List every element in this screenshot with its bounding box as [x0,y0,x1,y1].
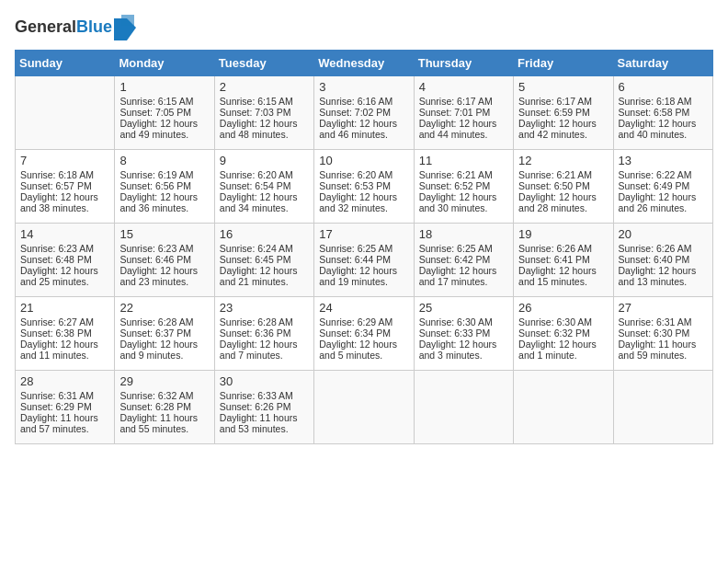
daylight-text: Daylight: 12 hours and 23 minutes. [119,265,198,287]
sunrise-text: Sunrise: 6:31 AM [619,316,692,327]
day-number: 13 [619,154,708,167]
calendar-week-2: 7Sunrise: 6:18 AMSunset: 6:57 PMDaylight… [16,150,713,224]
sunrise-text: Sunrise: 6:30 AM [419,316,493,327]
calendar-cell: 9Sunrise: 6:20 AMSunset: 6:54 PMDaylight… [214,150,313,224]
sunset-text: Sunset: 7:02 PM [319,107,391,118]
day-number: 20 [619,227,708,241]
daylight-text: Daylight: 12 hours and 30 minutes. [419,191,497,213]
day-number: 12 [518,154,608,167]
daylight-text: Daylight: 12 hours and 40 minutes. [619,118,697,140]
sunset-text: Sunset: 6:28 PM [119,401,191,412]
calendar-cell: 1Sunrise: 6:15 AMSunset: 7:05 PMDaylight… [115,76,214,150]
column-header-sunday: Sunday [16,51,115,76]
column-header-saturday: Saturday [613,51,712,76]
calendar-cell: 13Sunrise: 6:22 AMSunset: 6:49 PMDayligh… [613,150,712,224]
day-number: 10 [319,154,408,167]
daylight-text: Daylight: 12 hours and 48 minutes. [220,118,298,140]
calendar-cell: 25Sunrise: 6:30 AMSunset: 6:33 PMDayligh… [414,297,513,371]
day-number: 27 [619,301,708,315]
sunset-text: Sunset: 6:50 PM [518,180,590,191]
calendar-cell: 23Sunrise: 6:28 AMSunset: 6:36 PMDayligh… [214,297,313,371]
daylight-text: Daylight: 11 hours and 53 minutes. [220,412,298,434]
daylight-text: Daylight: 12 hours and 26 minutes. [619,191,697,213]
sunrise-text: Sunrise: 6:22 AM [619,169,692,180]
day-number: 30 [220,374,309,388]
sunrise-text: Sunrise: 6:25 AM [319,243,392,254]
daylight-text: Daylight: 12 hours and 36 minutes. [119,191,198,213]
sunset-text: Sunset: 6:29 PM [20,401,92,412]
calendar-cell: 10Sunrise: 6:20 AMSunset: 6:53 PMDayligh… [314,150,414,224]
calendar-cell: 21Sunrise: 6:27 AMSunset: 6:38 PMDayligh… [16,297,115,371]
calendar-cell: 28Sunrise: 6:31 AMSunset: 6:29 PMDayligh… [16,371,115,444]
calendar-cell: 19Sunrise: 6:26 AMSunset: 6:41 PMDayligh… [514,224,613,297]
calendar-cell: 11Sunrise: 6:21 AMSunset: 6:52 PMDayligh… [414,150,513,224]
sunset-text: Sunset: 6:34 PM [319,327,391,339]
column-header-monday: Monday [115,51,214,76]
sunset-text: Sunset: 6:40 PM [619,254,690,265]
sunset-text: Sunset: 6:32 PM [518,327,590,339]
sunrise-text: Sunrise: 6:18 AM [20,169,94,180]
daylight-text: Daylight: 12 hours and 5 minutes. [319,339,397,361]
sunset-text: Sunset: 7:03 PM [220,107,291,118]
daylight-text: Daylight: 12 hours and 13 minutes. [619,265,697,287]
daylight-text: Daylight: 12 hours and 3 minutes. [419,339,497,361]
svg-marker-1 [121,15,134,26]
daylight-text: Daylight: 12 hours and 42 minutes. [518,118,597,140]
daylight-text: Daylight: 12 hours and 34 minutes. [220,191,298,213]
sunset-text: Sunset: 6:58 PM [619,107,690,118]
sunset-text: Sunset: 6:54 PM [220,180,291,191]
sunrise-text: Sunrise: 6:15 AM [119,96,193,107]
sunrise-text: Sunrise: 6:27 AM [20,316,94,327]
daylight-text: Daylight: 11 hours and 59 minutes. [619,339,697,361]
column-header-wednesday: Wednesday [314,51,414,76]
sunset-text: Sunset: 6:33 PM [419,327,491,339]
logo-icon [114,15,136,40]
calendar-cell: 29Sunrise: 6:32 AMSunset: 6:28 PMDayligh… [115,371,214,444]
sunrise-text: Sunrise: 6:28 AM [119,316,193,327]
sunrise-text: Sunrise: 6:19 AM [119,169,193,180]
sunset-text: Sunset: 6:41 PM [518,254,590,265]
sunset-text: Sunset: 6:53 PM [319,180,391,191]
day-number: 16 [220,227,309,241]
sunrise-text: Sunrise: 6:29 AM [319,316,392,327]
day-number: 21 [20,301,109,315]
sunset-text: Sunset: 6:42 PM [419,254,491,265]
calendar-cell: 3Sunrise: 6:16 AMSunset: 7:02 PMDaylight… [314,76,414,150]
day-number: 8 [119,154,209,167]
calendar-cell: 6Sunrise: 6:18 AMSunset: 6:58 PMDaylight… [613,76,712,150]
sunset-text: Sunset: 6:45 PM [220,254,291,265]
day-number: 2 [220,80,309,94]
sunrise-text: Sunrise: 6:17 AM [518,96,592,107]
sunrise-text: Sunrise: 6:18 AM [619,96,692,107]
calendar-cell: 2Sunrise: 6:15 AMSunset: 7:03 PMDaylight… [214,76,313,150]
day-number: 28 [20,374,109,388]
calendar-header-row: SundayMondayTuesdayWednesdayThursdayFrid… [16,51,713,76]
sunrise-text: Sunrise: 6:16 AM [319,96,392,107]
day-number: 7 [20,154,109,167]
calendar-cell: 14Sunrise: 6:23 AMSunset: 6:48 PMDayligh… [16,224,115,297]
daylight-text: Daylight: 12 hours and 25 minutes. [20,265,98,287]
sunset-text: Sunset: 6:46 PM [119,254,191,265]
daylight-text: Daylight: 12 hours and 44 minutes. [419,118,497,140]
sunset-text: Sunset: 6:26 PM [220,401,291,412]
calendar-cell [314,371,414,444]
calendar-cell: 26Sunrise: 6:30 AMSunset: 6:32 PMDayligh… [514,297,613,371]
sunrise-text: Sunrise: 6:31 AM [20,390,94,401]
day-number: 9 [220,154,309,167]
sunrise-text: Sunrise: 6:21 AM [419,169,493,180]
sunset-text: Sunset: 6:49 PM [619,180,690,191]
sunrise-text: Sunrise: 6:17 AM [419,96,493,107]
day-number: 22 [119,301,209,315]
sunrise-text: Sunrise: 6:21 AM [518,169,592,180]
day-number: 4 [419,80,508,94]
sunset-text: Sunset: 6:37 PM [119,327,191,339]
day-number: 1 [119,80,209,94]
sunrise-text: Sunrise: 6:26 AM [518,243,592,254]
daylight-text: Daylight: 12 hours and 49 minutes. [119,118,198,140]
day-number: 26 [518,301,608,315]
day-number: 14 [20,227,109,241]
column-header-thursday: Thursday [414,51,513,76]
day-number: 17 [319,227,408,241]
sunset-text: Sunset: 7:01 PM [419,107,491,118]
sunset-text: Sunset: 7:05 PM [119,107,191,118]
